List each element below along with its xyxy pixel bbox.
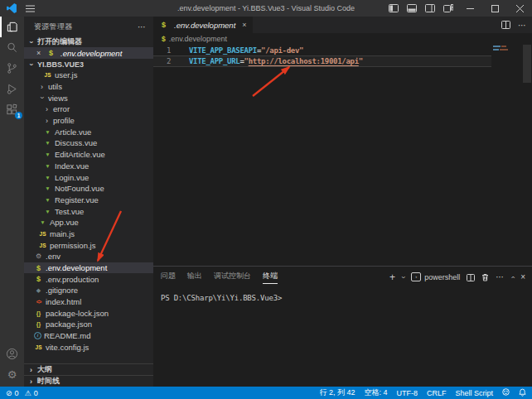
code-viewport[interactable]: 1VITE_APP_BASEAPI="/api-dev"2VITE_APP_UR… xyxy=(153,45,532,267)
explorer-icon[interactable] xyxy=(0,17,24,37)
status-item[interactable]: UTF-8 xyxy=(396,389,418,397)
toggle-secondary-sidebar-icon[interactable] xyxy=(421,0,439,17)
outline-section-header[interactable]: › 大纲 xyxy=(24,363,153,375)
panel-tab[interactable]: 问题 xyxy=(161,271,176,284)
chevron-right-icon: › xyxy=(43,117,51,125)
tree-item[interactable]: JSmain.js xyxy=(24,228,153,240)
split-terminal-icon[interactable] xyxy=(467,270,475,285)
toggle-panel-icon[interactable] xyxy=(403,0,421,17)
code-token: "/api-dev" xyxy=(261,46,303,55)
status-item[interactable]: Shell Script xyxy=(455,389,493,397)
tree-item[interactable]: ▼App.vue xyxy=(24,217,153,228)
tree-item[interactable]: iREADME.md xyxy=(24,330,153,342)
terminal-dropdown-icon[interactable]: › xyxy=(399,276,408,278)
explorer-title: 资源管理器 xyxy=(34,22,73,32)
tree-item[interactable]: ›utils xyxy=(24,81,153,93)
env-file-icon: $ xyxy=(34,264,43,272)
tree-item[interactable]: <>index.html xyxy=(24,296,153,308)
menu-hamburger-icon[interactable] xyxy=(26,5,35,12)
terminal-shell-select[interactable]: › powershell xyxy=(411,272,460,281)
maximize-button[interactable] xyxy=(482,0,507,17)
tree-item[interactable]: ▼Discuss.vue xyxy=(24,137,153,149)
titlebar: .env.development - Yi.BBS.Vue3 - Visual … xyxy=(0,0,532,17)
tab-close-icon[interactable]: × xyxy=(242,21,246,29)
terminal-output[interactable]: PS D:\CSharp\Yi\Yi.BBS.Vue3> xyxy=(153,287,532,302)
tree-item[interactable]: ▼Article.vue xyxy=(24,126,153,137)
vscode-window: .env.development - Yi.BBS.Vue3 - Visual … xyxy=(0,0,532,399)
file-tree: JSuser.js›utils›views›error›profile▼Arti… xyxy=(24,70,153,353)
feedback-smiley-icon[interactable] xyxy=(502,388,510,397)
tree-item-label: .env xyxy=(46,252,60,261)
kill-terminal-icon[interactable] xyxy=(481,270,489,285)
run-debug-icon[interactable] xyxy=(0,79,24,99)
vue-icon: ▼ xyxy=(43,209,52,214)
editor-scrollbar[interactable] xyxy=(522,45,532,267)
notifications-bell-icon[interactable] xyxy=(519,388,526,398)
vue-icon: ▼ xyxy=(43,197,52,203)
search-icon[interactable] xyxy=(0,37,24,58)
panel-more-actions-icon[interactable]: ⋯ xyxy=(496,272,505,281)
extensions-icon[interactable]: 1 xyxy=(0,99,24,120)
breadcrumb[interactable]: $ .env.development xyxy=(153,33,532,45)
tree-item[interactable]: ▼Index.vue xyxy=(24,161,153,172)
tree-item[interactable]: ◆.gitignore xyxy=(24,285,153,296)
panel-tab[interactable]: 调试控制台 xyxy=(214,271,251,284)
status-item[interactable]: 行 2, 列 42 xyxy=(319,387,355,398)
tree-item[interactable]: {}package-lock.json xyxy=(24,307,153,319)
minimize-button[interactable] xyxy=(457,0,482,17)
problems-status[interactable]: ⊘ 0 ⚠ 0 xyxy=(6,389,38,397)
panel-tab[interactable]: 输出 xyxy=(187,271,202,284)
editor-more-actions-icon[interactable]: ⋯ xyxy=(518,21,527,30)
code-line[interactable]: 2VITE_APP_URL="http://localhost:19001/ap… xyxy=(153,55,491,67)
code-line[interactable]: 1VITE_APP_BASEAPI="/api-dev" xyxy=(153,46,491,55)
tree-item[interactable]: JSpermission.js xyxy=(24,239,153,251)
tree-item[interactable]: ›error xyxy=(24,103,153,115)
tree-item[interactable]: ›views xyxy=(24,92,153,103)
settings-gear-icon[interactable]: ⚙ xyxy=(0,364,24,385)
tree-item-label: user.js xyxy=(55,70,77,79)
url-link[interactable]: http://localhost:19001/api xyxy=(249,57,359,65)
tree-item[interactable]: ⚙.env xyxy=(24,251,153,262)
timeline-section-header[interactable]: › 时间线 xyxy=(24,375,153,387)
tree-item[interactable]: {}package.json xyxy=(24,319,153,330)
maximize-panel-icon[interactable]: › xyxy=(509,276,517,278)
tree-item-label: Article.vue xyxy=(55,127,91,137)
tree-item[interactable]: ▼Login.vue xyxy=(24,171,153,183)
source-control-icon[interactable] xyxy=(0,58,24,79)
toggle-sidebar-icon[interactable] xyxy=(384,0,403,17)
status-item[interactable]: CRLF xyxy=(427,389,447,397)
vue-icon: ▼ xyxy=(43,175,52,180)
customize-layout-icon[interactable] xyxy=(439,0,457,17)
minimap[interactable] xyxy=(491,45,522,267)
close-panel-icon[interactable]: × xyxy=(520,272,525,281)
open-editor-item[interactable]: × $ .env.development xyxy=(24,47,153,59)
new-terminal-icon[interactable]: + xyxy=(389,272,395,283)
more-actions-icon[interactable]: ⋯ xyxy=(138,22,147,31)
tree-item[interactable]: ›profile xyxy=(24,115,153,127)
close-icon[interactable]: × xyxy=(36,49,46,57)
split-editor-icon[interactable] xyxy=(501,17,510,32)
code-text: VITE_APP_BASEAPI="/api-dev" xyxy=(189,46,303,55)
tree-item[interactable]: ▼Register.vue xyxy=(24,195,153,206)
tree-item[interactable]: ▼EditArticle.vue xyxy=(24,149,153,161)
html-icon: <> xyxy=(34,299,43,305)
tree-item[interactable]: $.env.production xyxy=(24,273,153,285)
activity-bar: 1 ⚙ xyxy=(0,17,24,387)
panel-tab[interactable]: 终端 xyxy=(263,271,278,284)
editor-group: $ .env.development × ⋯ $ .env.developmen… xyxy=(153,17,532,387)
tab-env-development[interactable]: $ .env.development × xyxy=(153,17,253,33)
tree-item[interactable]: ▼Test.vue xyxy=(24,205,153,217)
shell-name: powershell xyxy=(424,273,460,281)
status-item[interactable]: 空格: 4 xyxy=(364,387,387,398)
accounts-icon[interactable] xyxy=(0,344,24,364)
breadcrumb-item[interactable]: .env.development xyxy=(169,35,227,43)
terminal-icon: › xyxy=(411,272,421,281)
tree-item[interactable]: $.env.development xyxy=(24,262,153,274)
close-button[interactable] xyxy=(507,0,532,17)
tree-item[interactable]: JSuser.js xyxy=(24,70,153,81)
project-section-header[interactable]: › YI.BBS.VUE3 xyxy=(24,59,153,70)
tree-item[interactable]: JSvite.config.js xyxy=(24,342,153,353)
tab-bar: $ .env.development × ⋯ xyxy=(153,17,532,33)
open-editors-header[interactable]: › 打开的编辑器 xyxy=(24,36,153,47)
tree-item[interactable]: ▼NotFound.vue xyxy=(24,183,153,195)
